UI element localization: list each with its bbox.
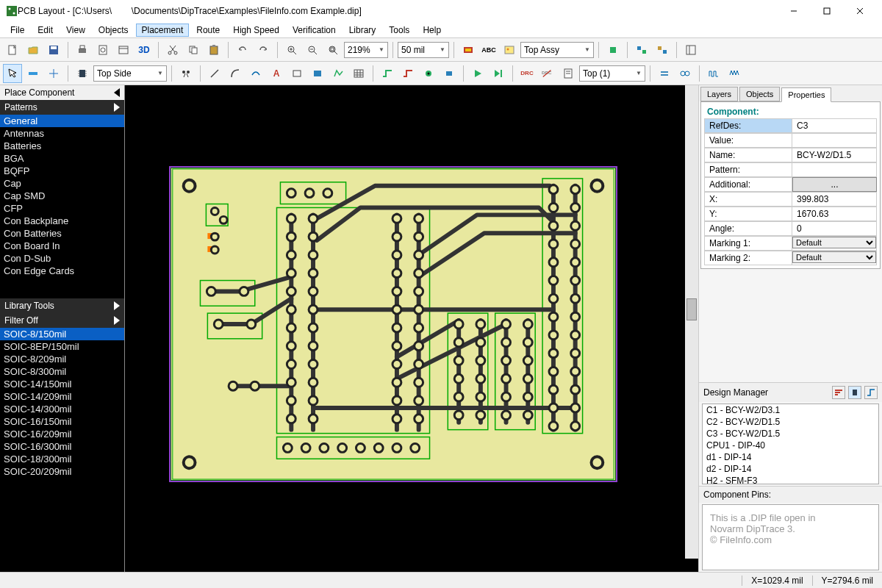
picture-button[interactable]	[500, 40, 519, 60]
menu-placement[interactable]: Placement	[136, 24, 190, 37]
measure-button[interactable]	[24, 64, 43, 83]
diff-pair-button[interactable]	[655, 64, 674, 83]
footprint-item[interactable]: SOIC-16/150mil	[0, 415, 124, 428]
dm-item[interactable]: C2 - BCY-W2/D1.5	[703, 416, 878, 428]
tab-properties[interactable]: Properties	[781, 87, 831, 102]
text-tool-button[interactable]: ABC	[479, 40, 498, 60]
dm-item[interactable]: H2 - SFM-F3	[703, 475, 878, 484]
preview-button[interactable]	[93, 40, 112, 60]
footprint-item[interactable]: SOIC-14/300mil	[0, 403, 124, 415]
panel-button[interactable]	[681, 40, 700, 60]
pointer-tool-button[interactable]	[3, 64, 22, 83]
component-button[interactable]	[73, 64, 92, 83]
tab-objects[interactable]: Objects	[739, 87, 780, 101]
pattern-item[interactable]: General	[0, 115, 124, 127]
zoom-out-button[interactable]	[303, 40, 322, 60]
dm-item[interactable]: C3 - BCY-W2/D1.5	[703, 428, 878, 440]
menu-verification[interactable]: Verification	[287, 24, 342, 37]
new-file-button[interactable]	[3, 40, 22, 60]
menu-objects[interactable]: Objects	[93, 24, 135, 37]
zoom-combo[interactable]: 219%▼	[344, 42, 388, 58]
place-component-button[interactable]	[603, 40, 623, 60]
pattern-item[interactable]: Con D-Sub	[0, 252, 124, 265]
footprint-item[interactable]: SOIC-8/209mil	[0, 353, 124, 365]
pattern-item[interactable]: Antennas	[0, 127, 124, 140]
pattern-item[interactable]: CFP	[0, 202, 124, 215]
run-to-button[interactable]	[489, 64, 508, 83]
footprint-item[interactable]: SOIC-8EP/150mil	[0, 340, 124, 353]
arc3-button[interactable]	[246, 64, 265, 83]
rect-button[interactable]	[287, 64, 306, 83]
prop-y-value[interactable]: 1670.63	[792, 207, 877, 221]
vertical-scrollbar[interactable]	[685, 85, 698, 559]
dm-component-icon[interactable]	[848, 386, 861, 399]
pattern-item[interactable]: Cap	[0, 177, 124, 190]
side-combo[interactable]: Top Side▼	[93, 65, 167, 82]
patterns-list[interactable]: GeneralAntennasBatteriesBGABQFPCapCap SM…	[0, 115, 124, 298]
prop-value-value[interactable]	[792, 133, 877, 148]
poly-button[interactable]	[329, 64, 348, 83]
filter-section[interactable]: Filter Off	[0, 313, 124, 328]
meander-button[interactable]	[704, 64, 723, 83]
footprints-list[interactable]: SOIC-8/150milSOIC-8EP/150milSOIC-8/209mi…	[0, 328, 124, 572]
copy-button[interactable]	[184, 40, 203, 60]
table-button[interactable]	[349, 64, 368, 83]
menu-view[interactable]: View	[60, 24, 91, 37]
prop-marking2-select[interactable]: Default	[792, 251, 876, 263]
prop-x-value[interactable]: 399.803	[792, 192, 877, 207]
dm-item[interactable]: d1 - DIP-14	[703, 451, 878, 463]
route-edit-button[interactable]	[398, 64, 417, 83]
pattern-item[interactable]: Cap SMD	[0, 190, 124, 202]
prop-pattern-value[interactable]	[792, 162, 877, 177]
cut-button[interactable]	[163, 40, 182, 60]
collapse-left-icon[interactable]	[114, 88, 120, 97]
tab-layers[interactable]: Layers	[700, 87, 738, 101]
prop-marking1-select[interactable]: Default	[792, 237, 876, 248]
update-button[interactable]	[653, 40, 672, 60]
menu-edit[interactable]: Edit	[32, 24, 59, 37]
drc-on-button[interactable]: DRC	[517, 64, 537, 83]
renumber-button[interactable]	[632, 40, 651, 60]
open-file-button[interactable]	[24, 40, 43, 60]
drc-off-button[interactable]: DRC	[538, 64, 557, 83]
route-manual-button[interactable]	[378, 64, 397, 83]
menu-high-speed[interactable]: High Speed	[227, 24, 285, 37]
layer-setup-button[interactable]	[459, 40, 478, 60]
design-manager-list[interactable]: C1 - BCY-W2/D3.1C2 - BCY-W2/D1.5C3 - BCY…	[702, 404, 879, 484]
footprint-item[interactable]: SOIC-14/150mil	[0, 378, 124, 390]
close-button[interactable]	[843, 0, 876, 22]
3d-button[interactable]: 3D	[135, 40, 154, 60]
prop-name-value[interactable]: BCY-W2/D1.5	[792, 148, 877, 162]
fillrect-button[interactable]	[308, 64, 327, 83]
redo-button[interactable]	[254, 40, 273, 60]
line-button[interactable]	[205, 64, 224, 83]
find-button[interactable]	[176, 64, 196, 83]
minimize-button[interactable]	[777, 0, 810, 22]
pattern-item[interactable]: BQFP	[0, 165, 124, 177]
pattern-item[interactable]: Con Batteries	[0, 227, 124, 240]
footprint-item[interactable]: SOIC-16/209mil	[0, 428, 124, 440]
route-layer-combo[interactable]: Top (1)▼	[579, 65, 645, 82]
pcb-canvas[interactable]	[125, 85, 698, 572]
dm-net-icon[interactable]	[864, 386, 878, 399]
undo-button[interactable]	[233, 40, 252, 60]
menu-route[interactable]: Route	[190, 24, 226, 37]
menu-tools[interactable]: Tools	[383, 24, 415, 37]
dm-item[interactable]: d2 - DIP-14	[703, 463, 878, 475]
dm-item[interactable]: CPU1 - DIP-40	[703, 440, 878, 451]
patterns-section[interactable]: Patterns	[0, 100, 124, 115]
pad-button[interactable]	[440, 64, 459, 83]
menu-file[interactable]: File	[4, 24, 30, 37]
prop-angle-value[interactable]: 0	[792, 221, 877, 236]
library-tools-section[interactable]: Library Tools	[0, 298, 124, 313]
footprint-item[interactable]: SOIC-20/209mil	[0, 465, 124, 478]
prop-refdes-value[interactable]: C3	[792, 118, 877, 133]
save-file-button[interactable]	[44, 40, 63, 60]
via-button[interactable]	[419, 64, 438, 83]
dm-sort-icon[interactable]	[832, 386, 845, 399]
diff-pair2-button[interactable]	[675, 64, 695, 83]
pattern-item[interactable]: BGA	[0, 152, 124, 165]
footprint-item[interactable]: SOIC-8/300mil	[0, 365, 124, 378]
pattern-item[interactable]: Batteries	[0, 140, 124, 152]
meander2-button[interactable]	[725, 64, 744, 83]
